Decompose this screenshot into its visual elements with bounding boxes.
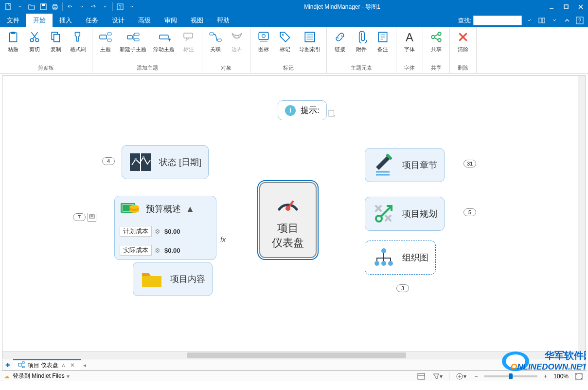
cut-button[interactable]: 剪切	[24, 29, 45, 54]
chapter-count-badge[interactable]: 31	[463, 160, 476, 167]
font-button[interactable]: A字体	[399, 29, 420, 54]
callout-marker-icon[interactable]	[88, 213, 96, 222]
print-icon[interactable]	[50, 1, 60, 12]
menu-view[interactable]: 视图	[184, 14, 210, 27]
dropdown-icon[interactable]	[100, 1, 110, 12]
menu-home[interactable]: 开始	[26, 14, 53, 27]
redo-icon[interactable]	[88, 1, 99, 12]
svg-point-16	[30, 38, 34, 42]
minimize-button[interactable]	[544, 0, 559, 14]
float-topic-button[interactable]: +浮动主题	[150, 29, 178, 54]
new-tab-button[interactable]: ✚	[2, 362, 13, 369]
planning-count-badge[interactable]: 5	[463, 208, 476, 216]
scroll-thumb[interactable]	[187, 353, 406, 358]
menu-design[interactable]: 设计	[105, 14, 131, 27]
dropdown-icon[interactable]	[76, 1, 87, 12]
share-button[interactable]: 共享	[426, 29, 446, 54]
tab-nav-left-icon[interactable]: ◂	[81, 362, 88, 369]
hint-node[interactable]: i 提示:	[278, 100, 327, 120]
menu-file[interactable]: 文件	[0, 14, 26, 27]
menu-insert[interactable]: 插入	[53, 14, 79, 27]
chapter-node[interactable]: 项目章节	[365, 148, 445, 182]
format-painter-button[interactable]: 格式刷	[67, 29, 89, 54]
relationship-button[interactable]: 关联	[205, 29, 226, 54]
svg-rect-75	[418, 373, 425, 379]
budget-count-badge[interactable]: 7	[73, 213, 86, 221]
view-mode-icon[interactable]	[416, 373, 427, 380]
search-input[interactable]	[473, 16, 522, 25]
help-button-icon[interactable]: ?	[574, 15, 585, 26]
budget-node[interactable]: 预算概述 ▲ 计划成本 ⚙ $0.00 实际成本 ⚙ $0.00	[114, 196, 216, 260]
clear-button[interactable]: 清除	[453, 29, 473, 54]
maximize-button[interactable]	[559, 0, 573, 14]
canvas[interactable]: i 提示: 项目仪表盘 状态 [日期] 4 预算概述 ▲ 计划成本 ⚙ $0.0…	[2, 75, 586, 359]
gear-icon[interactable]: ⚙	[155, 228, 161, 235]
new-doc-icon[interactable]	[3, 1, 14, 12]
menu-review[interactable]: 审阅	[158, 14, 184, 27]
zoom-slider[interactable]	[484, 375, 537, 377]
zoom-in-icon[interactable]: +	[542, 373, 549, 380]
icons-icon	[257, 30, 270, 44]
planning-node[interactable]: 项目规划	[365, 197, 445, 231]
link-button[interactable]: 链接	[330, 29, 350, 54]
dropdown-icon[interactable]	[126, 1, 137, 12]
menu-advanced[interactable]: 高级	[131, 14, 158, 27]
svg-rect-30	[217, 39, 221, 41]
central-node[interactable]: 项目仪表盘	[259, 182, 317, 258]
zoom-fit-icon[interactable]: ▾	[454, 372, 468, 380]
topic-button[interactable]: 主题	[95, 29, 116, 54]
callout-button[interactable]: 标注	[178, 29, 199, 54]
gear-icon[interactable]: ⚙	[155, 247, 161, 254]
dropdown-icon[interactable]	[549, 15, 560, 26]
attachment-button[interactable]: 附件	[351, 29, 372, 54]
collapse-triangle-icon[interactable]: ▲	[186, 204, 195, 214]
index-button[interactable]: 导图索引	[296, 29, 323, 54]
document-tab[interactable]: 项目 仪表盘 ⊼ ✕	[13, 359, 81, 370]
menu-task[interactable]: 任务	[79, 14, 105, 27]
svg-rect-29	[210, 33, 214, 35]
tags-button[interactable]: 标记	[275, 29, 295, 54]
org-node[interactable]: 组织图	[365, 241, 436, 275]
open-icon[interactable]	[26, 1, 37, 12]
delete-icon	[456, 30, 470, 44]
paste-button[interactable]: 粘贴	[3, 29, 23, 54]
boundary-button[interactable]: 边界	[227, 29, 247, 54]
icons-button[interactable]: 图标	[253, 29, 274, 54]
save-icon[interactable]	[38, 1, 49, 12]
login-label[interactable]: 登录到 Mindjet Files	[13, 372, 65, 380]
menu-help[interactable]: 帮助	[210, 14, 236, 27]
dropdown-icon[interactable]	[15, 1, 25, 12]
pen-icon	[372, 153, 395, 177]
filter-icon[interactable]: ▾	[431, 373, 444, 380]
status-count-badge[interactable]: 4	[102, 157, 115, 165]
close-button[interactable]	[573, 0, 588, 14]
svg-rect-2	[42, 4, 45, 6]
fx-indicator[interactable]: fx	[220, 236, 226, 243]
subtopic-button[interactable]: 新建子主题	[117, 29, 149, 54]
collapse-ribbon-icon[interactable]	[562, 15, 572, 26]
svg-rect-24	[134, 33, 139, 36]
help-icon[interactable]: ?	[115, 1, 125, 12]
content-node[interactable]: 项目内容	[133, 262, 213, 296]
dropdown-icon[interactable]: ▾	[67, 373, 70, 380]
vertical-scrollbar[interactable]	[578, 76, 586, 351]
tool-icon[interactable]	[536, 15, 547, 26]
notes-button[interactable]: 备注	[373, 29, 393, 54]
tab-pin-icon[interactable]: ⊼	[61, 362, 67, 369]
org-count-badge[interactable]: 3	[396, 284, 409, 292]
zoom-out-icon[interactable]: −	[473, 373, 479, 380]
fit-screen-icon[interactable]	[573, 373, 584, 380]
tab-nav-right-icon[interactable]: ▸	[579, 362, 586, 369]
cloud-login-icon[interactable]: ☁	[4, 373, 10, 380]
window-title: Mindjet MindManager - 导图1	[140, 3, 544, 11]
tab-close-icon[interactable]: ✕	[70, 362, 76, 369]
status-node[interactable]: 状态 [日期]	[122, 145, 209, 179]
undo-icon[interactable]	[65, 1, 75, 12]
notes-indicator-icon[interactable]	[327, 109, 336, 120]
zoom-level[interactable]: 100%	[553, 373, 569, 380]
scroll-corner	[578, 351, 586, 359]
horizontal-scrollbar[interactable]	[2, 351, 578, 359]
search-dropdown-icon[interactable]	[524, 15, 535, 26]
copy-button[interactable]: 复制	[46, 29, 66, 54]
paste-icon	[6, 30, 20, 44]
